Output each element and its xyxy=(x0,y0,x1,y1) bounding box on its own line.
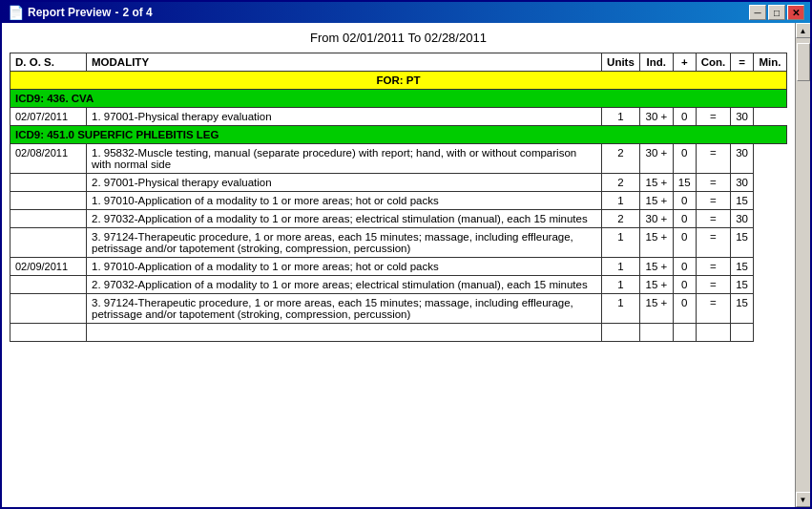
minimize-button[interactable]: ─ xyxy=(749,5,766,20)
scroll-up-button[interactable]: ▲ xyxy=(796,23,811,38)
modality-cell: 1. 95832-Muscle testing, manual (separat… xyxy=(87,144,602,174)
col-modality: MODALITY xyxy=(87,53,602,72)
scroll-down-button[interactable]: ▼ xyxy=(796,492,811,507)
table-row-empty xyxy=(10,324,787,342)
col-ind: Ind. xyxy=(639,53,673,72)
dos-cell: 02/09/2011 xyxy=(10,258,87,276)
min-cell: 15 xyxy=(731,276,754,294)
ind-cell: 15 + xyxy=(639,294,673,324)
table-row: 3. 97124-Therapeutic procedure, 1 or mor… xyxy=(10,294,787,324)
min-cell: 15 xyxy=(731,228,754,258)
units-cell: 1 xyxy=(602,276,640,294)
ind-cell: 15 + xyxy=(639,174,673,192)
for-pt-row: FOR: PT xyxy=(10,72,787,90)
modality-cell: 2. 97001-Physical therapy evaluation xyxy=(87,174,602,192)
table-row: 2. 97032-Application of a modality to 1 … xyxy=(10,210,787,228)
ind-cell: 15 + xyxy=(639,228,673,258)
icd-label-1: ICD9: 436. CVA xyxy=(10,90,787,108)
min-cell: 30 xyxy=(731,108,754,126)
units-cell: 1 xyxy=(602,294,640,324)
empty-cell xyxy=(10,324,87,342)
title-bar-controls: ─ □ ✕ xyxy=(749,5,804,20)
dos-cell: 02/07/2011 xyxy=(10,108,87,126)
modality-cell: 1. 97001-Physical therapy evaluation xyxy=(87,108,602,126)
con-cell: 0 xyxy=(673,192,696,210)
table-row: 02/07/2011 1. 97001-Physical therapy eva… xyxy=(10,108,787,126)
icd-row-1: ICD9: 436. CVA xyxy=(10,90,787,108)
eq-cell: = xyxy=(696,144,731,174)
empty-cell xyxy=(696,324,731,342)
eq-cell: = xyxy=(696,258,731,276)
scrollbar-thumb[interactable] xyxy=(797,43,810,81)
modality-cell: 2. 97032-Application of a modality to 1 … xyxy=(87,276,602,294)
min-cell: 15 xyxy=(731,192,754,210)
report-content: From 02/01/2011 To 02/28/2011 D. O. S. M… xyxy=(2,23,795,507)
dos-cell xyxy=(10,192,87,210)
min-cell: 30 xyxy=(731,144,754,174)
empty-cell xyxy=(673,324,696,342)
eq-cell: = xyxy=(696,192,731,210)
units-cell: 2 xyxy=(602,144,640,174)
col-units: Units xyxy=(602,53,640,72)
ind-cell: 30 + xyxy=(639,210,673,228)
con-cell: 15 xyxy=(673,174,696,192)
window-title-dash: - xyxy=(115,6,118,19)
table-row: 2. 97001-Physical therapy evaluation 2 1… xyxy=(10,174,787,192)
modality-cell: 3. 97124-Therapeutic procedure, 1 or mor… xyxy=(87,228,602,258)
close-button[interactable]: ✕ xyxy=(787,5,804,20)
col-plus: + xyxy=(673,53,696,72)
ind-cell: 30 + xyxy=(639,144,673,174)
empty-cell xyxy=(639,324,673,342)
dos-cell xyxy=(10,210,87,228)
units-cell: 1 xyxy=(602,228,640,258)
eq-cell: = xyxy=(696,174,731,192)
con-cell: 0 xyxy=(673,144,696,174)
units-cell: 2 xyxy=(602,174,640,192)
maximize-button[interactable]: □ xyxy=(768,5,785,20)
units-cell: 1 xyxy=(602,192,640,210)
empty-cell xyxy=(602,324,640,342)
col-min: Min. xyxy=(754,53,787,72)
ind-cell: 15 + xyxy=(639,192,673,210)
vertical-scrollbar: ▲ ▼ xyxy=(795,23,810,507)
main-window: 📄 Report Preview - 2 of 4 ─ □ ✕ From 02/… xyxy=(0,0,812,509)
window-title: Report Preview xyxy=(28,6,111,19)
dos-cell: 02/08/2011 xyxy=(10,144,87,174)
con-cell: 0 xyxy=(673,228,696,258)
title-bar-left: 📄 Report Preview - 2 of 4 xyxy=(8,5,153,20)
empty-cell xyxy=(87,324,602,342)
con-cell: 0 xyxy=(673,258,696,276)
col-dos: D. O. S. xyxy=(10,53,87,72)
table-row: 1. 97010-Application of a modality to 1 … xyxy=(10,192,787,210)
ind-cell: 30 + xyxy=(639,108,673,126)
min-cell: 30 xyxy=(731,210,754,228)
scrollbar-track[interactable] xyxy=(796,38,810,492)
units-cell: 1 xyxy=(602,258,640,276)
dos-cell xyxy=(10,228,87,258)
icd-label-2: ICD9: 451.0 SUPERFIC PHLEBITIS LEG xyxy=(10,126,787,144)
con-cell: 0 xyxy=(673,276,696,294)
table-row: 2. 97032-Application of a modality to 1 … xyxy=(10,276,787,294)
table-row: 02/09/2011 1. 97010-Application of a mod… xyxy=(10,258,787,276)
report-date-range: From 02/01/2011 To 02/28/2011 xyxy=(10,31,787,45)
units-cell: 2 xyxy=(602,210,640,228)
modality-cell: 3. 97124-Therapeutic procedure, 1 or mor… xyxy=(87,294,602,324)
window-icon: 📄 xyxy=(8,5,24,20)
eq-cell: = xyxy=(696,294,731,324)
con-cell: 0 xyxy=(673,210,696,228)
for-pt-label: FOR: PT xyxy=(10,72,787,90)
page-info: 2 of 4 xyxy=(122,6,152,19)
min-cell: 15 xyxy=(731,258,754,276)
icd-row-2: ICD9: 451.0 SUPERFIC PHLEBITIS LEG xyxy=(10,126,787,144)
units-cell: 1 xyxy=(602,108,640,126)
eq-cell: = xyxy=(696,108,731,126)
modality-cell: 2. 97032-Application of a modality to 1 … xyxy=(87,210,602,228)
modality-cell: 1. 97010-Application of a modality to 1 … xyxy=(87,258,602,276)
dos-cell xyxy=(10,276,87,294)
col-eq: = xyxy=(731,53,754,72)
eq-cell: = xyxy=(696,210,731,228)
empty-cell xyxy=(731,324,754,342)
dos-cell xyxy=(10,174,87,192)
con-cell: 0 xyxy=(673,108,696,126)
con-cell: 0 xyxy=(673,294,696,324)
